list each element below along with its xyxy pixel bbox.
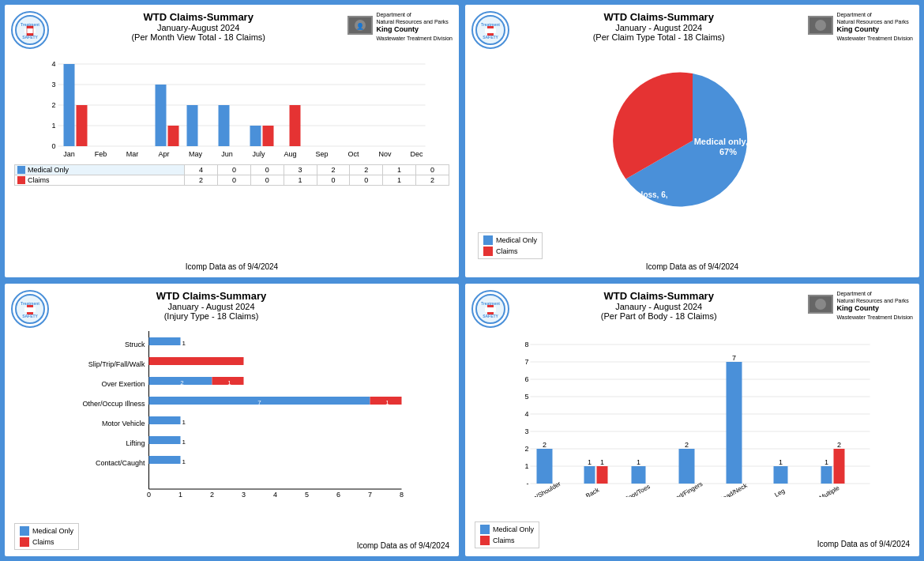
panel4-subtitle: Janaury - August 2024: [509, 302, 808, 311]
svg-text:👤: 👤: [356, 22, 364, 30]
svg-rect-129: [774, 466, 788, 484]
svg-rect-21: [156, 85, 167, 146]
kc-icon-1: 👤: [347, 16, 373, 35]
panel2-subtitle: January - August 2024: [509, 23, 808, 32]
svg-text:-: -: [527, 480, 529, 488]
panel-injury: Treatment SAFETY WTD Claims-Summary Janu…: [3, 282, 460, 558]
panel4-title: WTD Claims-Summary Janaury - August 2024…: [509, 290, 808, 321]
svg-rect-23: [187, 105, 198, 146]
svg-text:1: 1: [178, 491, 182, 497]
svg-rect-127: [727, 362, 742, 484]
svg-text:SAFETY: SAFETY: [483, 314, 498, 318]
svg-text:Back: Back: [584, 486, 601, 497]
panel1-brand: 👤 Department of Natural Resources and Pa…: [347, 11, 453, 42]
svg-text:0: 0: [51, 142, 55, 150]
panel4-legend: Medical Only Claims: [475, 521, 539, 548]
panel-monthly: Treatment SAFETY WTD Claims-Summary Janu…: [3, 3, 460, 279]
svg-text:Sep: Sep: [315, 150, 328, 158]
injury-type-chart: 0 1 2 3 4 5 6 7 8 Struck 1 Slip/Trip/Fal…: [14, 331, 449, 497]
svg-text:2: 2: [837, 441, 841, 449]
safety-logo-2: Treatment SAFETY: [471, 11, 509, 49]
svg-rect-22: [168, 126, 179, 146]
panel3-main-title: WTD Claims-Summary: [49, 290, 374, 302]
svg-rect-24: [219, 105, 230, 146]
svg-text:8: 8: [524, 341, 528, 348]
kc-icon-2: [808, 16, 833, 35]
panel2-title: WTD Claims-Summary January - August 2024…: [509, 11, 808, 42]
dashboard: Treatment SAFETY WTD Claims-Summary Janu…: [0, 0, 924, 561]
svg-text:5: 5: [305, 491, 309, 497]
svg-text:Multiple: Multiple: [818, 484, 841, 497]
panel4-subtitle2: (Per Part of Body - 18 Claims): [509, 311, 808, 321]
panel2-brand: Department of Natural Resources and Park…: [808, 11, 913, 42]
svg-text:8: 8: [400, 491, 404, 497]
panel2-legend: Medical Only Claims: [478, 232, 543, 259]
pie-chart-area: Medical only, 12, 67% Timeloss, 6, 33%: [471, 52, 913, 229]
svg-text:7: 7: [524, 358, 528, 366]
svg-rect-68: [149, 337, 181, 345]
svg-text:Mar: Mar: [126, 150, 139, 158]
svg-text:1: 1: [182, 458, 186, 465]
panel1-main-title: WTD Claims-Summary: [49, 11, 347, 23]
pie-chart: Medical only, 12, 67% Timeloss, 6, 33%: [582, 62, 803, 220]
svg-rect-20: [77, 105, 88, 146]
panel3-legend: Medical Only Claims: [14, 523, 79, 550]
panel2-subtitle2: (Per Claim Type Total - 18 Claims): [509, 32, 808, 42]
svg-text:2: 2: [524, 445, 528, 453]
legend-claims-4: Claims: [480, 536, 534, 545]
svg-text:33%: 33%: [637, 200, 652, 209]
svg-text:SAFETY: SAFETY: [22, 314, 38, 318]
svg-text:67%: 67%: [719, 147, 736, 156]
svg-text:2: 2: [543, 441, 547, 449]
panel1-subtitle: January-August 2024: [49, 23, 347, 32]
panel3-header: Treatment SAFETY WTD Claims-Summary Janu…: [11, 290, 453, 328]
svg-text:1: 1: [182, 439, 186, 446]
svg-text:Apr: Apr: [158, 150, 169, 158]
panel2-header: Treatment SAFETY WTD Claims-Summary Janu…: [471, 11, 913, 49]
svg-text:Medical only, 12,: Medical only, 12,: [693, 137, 762, 146]
svg-rect-26: [263, 126, 274, 146]
svg-text:4: 4: [51, 60, 55, 68]
svg-point-46: [815, 20, 826, 31]
svg-text:6: 6: [524, 375, 528, 383]
panel3-subtitle2: (Injury Type - 18 Claims): [49, 311, 374, 321]
svg-text:Slip/Trip/Fall/Walk: Slip/Trip/Fall/Walk: [88, 360, 145, 368]
svg-text:1: 1: [227, 379, 231, 386]
svg-text:Timeloss, 6,: Timeloss, 6,: [622, 190, 667, 199]
svg-rect-87: [149, 436, 181, 444]
svg-text:SAFETY: SAFETY: [22, 35, 38, 40]
legend-box-blue-3: [20, 526, 29, 536]
svg-text:1: 1: [524, 462, 528, 470]
svg-rect-121: [597, 466, 608, 484]
svg-text:1: 1: [182, 340, 186, 347]
legend-box-red-3: [20, 537, 29, 547]
svg-text:Jan: Jan: [63, 150, 75, 158]
legend-box-blue-2: [483, 235, 493, 245]
kc-logo-text-4: Department of Natural Resources and Park…: [836, 290, 913, 321]
svg-text:Aug: Aug: [284, 150, 296, 158]
svg-rect-3: [24, 28, 36, 33]
svg-text:Dec: Dec: [410, 150, 423, 158]
svg-text:Struck: Struck: [125, 341, 145, 348]
svg-text:7: 7: [368, 491, 372, 497]
panel1-footer: Icomp Data as of 9/4/2024: [11, 262, 453, 271]
safety-logo-4: Treatment SAFETY: [471, 290, 509, 328]
svg-text:July: July: [252, 150, 265, 158]
svg-text:Leg: Leg: [773, 488, 786, 497]
panel4-brand: Department of Natural Resources and Park…: [808, 290, 913, 321]
panel4-header: Treatment SAFETY WTD Claims-Summary Jana…: [471, 290, 913, 328]
svg-rect-54: [24, 307, 36, 312]
kc-logo-text-2: Department of Natural Resources and Park…: [836, 11, 913, 42]
panel2-main-title: WTD Claims-Summary: [509, 11, 808, 23]
legend-medical-3: Medical Only: [20, 526, 73, 536]
svg-rect-71: [149, 357, 244, 365]
svg-text:7: 7: [257, 399, 261, 406]
monthly-bar-chart: 4 3 2 1 0: [14, 52, 449, 163]
svg-text:Over Exertion: Over Exertion: [101, 380, 145, 388]
svg-text:Lifting: Lifting: [126, 439, 145, 447]
svg-text:May: May: [189, 150, 203, 158]
legend-medical-2: Medical Only: [483, 235, 537, 245]
legend-box-red-2: [483, 247, 493, 256]
svg-text:1: 1: [824, 458, 828, 466]
svg-text:3: 3: [243, 360, 247, 367]
